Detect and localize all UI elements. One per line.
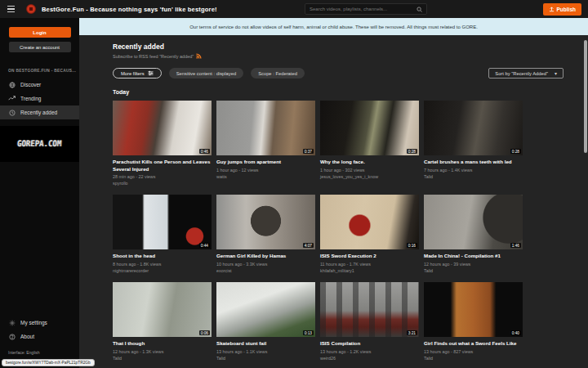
video-channel[interactable]: nightmarerecorder	[113, 268, 212, 273]
video-thumbnail[interactable]: 3:21	[320, 282, 419, 337]
video-thumbnail[interactable]: 1:46	[424, 195, 523, 249]
video-channel[interactable]: Talid	[424, 268, 523, 273]
sidebar-item-label: About	[20, 334, 34, 339]
search-bar[interactable]	[305, 3, 427, 15]
publish-button[interactable]: Publish	[543, 3, 581, 16]
gear-icon	[8, 319, 16, 326]
duration-badge: 0:44	[199, 243, 210, 248]
video-thumbnail[interactable]: 0:37	[216, 101, 315, 155]
video-thumbnail[interactable]: 0:16	[320, 195, 419, 249]
video-card: 1:46 Made In China! - Compilation #1 12 …	[424, 195, 523, 273]
video-thumbnail[interactable]: 0:28	[320, 101, 419, 155]
video-card: 3:21 ISIS Compilation 13 hours ago - 1.2…	[320, 282, 419, 361]
sidebar-item-recently-added[interactable]: Recently added	[0, 105, 79, 119]
rss-icon	[196, 53, 202, 59]
video-channel[interactable]: Talid	[424, 356, 523, 361]
video-meta: 13 hours ago - 1.2K views	[320, 349, 419, 354]
video-title[interactable]: Guy jumps from apartment	[216, 159, 315, 166]
scrollbar[interactable]	[584, 40, 587, 153]
video-title[interactable]: Shoot in the head	[113, 253, 212, 260]
video-meta: 13 hours ago - 1.1K views	[216, 349, 315, 354]
sidebar: Login Create an account ON BESTGORE.FUN …	[0, 18, 79, 368]
video-title[interactable]: Made In China! - Compilation #1	[424, 253, 523, 260]
video-meta: 1 hour ago - 302 views	[320, 168, 419, 173]
video-channel[interactable]: Talid	[424, 174, 523, 179]
video-thumbnail[interactable]: 0:40	[424, 282, 523, 337]
video-title[interactable]: Girl Finds out what a Sword Feels Like	[424, 340, 523, 348]
video-channel[interactable]: Talid	[113, 356, 212, 361]
create-account-button[interactable]: Create an account	[9, 42, 71, 52]
page-title: Recently added	[113, 43, 588, 51]
video-thumbnail[interactable]: 0:13	[216, 282, 315, 337]
menu-icon[interactable]	[7, 6, 15, 12]
video-channel[interactable]: Talid	[216, 356, 315, 361]
login-button[interactable]: Login	[9, 27, 71, 38]
video-thumbnail[interactable]: 0:44	[113, 195, 212, 249]
video-meta: 12 hours ago - 1.3K views	[113, 349, 212, 354]
date-group-label: Today	[113, 89, 588, 95]
video-thumbnail[interactable]: 0:28	[424, 101, 523, 155]
more-filters-label: More filters	[121, 71, 145, 76]
video-card: 0:37 Guy jumps from apartment 1 hour ago…	[216, 101, 315, 186]
filter-toolbar: More filters Sensitive content : display…	[113, 68, 588, 79]
video-thumbnail[interactable]: 0:46	[113, 101, 212, 155]
sidebar-item-label: Discover	[20, 82, 41, 88]
terms-banner: Our terms of service do not allow videos…	[79, 18, 588, 35]
upload-icon	[549, 7, 555, 12]
rss-subscribe-link[interactable]: Subscribe to RSS feed "Recently added"	[113, 53, 588, 59]
video-channel[interactable]: weird26	[320, 356, 419, 361]
search-input[interactable]	[305, 7, 416, 11]
video-title[interactable]: German Girl Killed by Hamas	[216, 253, 315, 260]
video-title[interactable]: Cartel brushes a mans teeth with led	[424, 159, 523, 166]
video-title[interactable]: That I though	[113, 340, 212, 348]
ad-banner-text: GOREPA.COM	[17, 139, 62, 149]
video-meta: 28 min ago - 22 views	[113, 174, 212, 179]
duration-badge: 1:46	[510, 243, 521, 248]
sidebar-item-trending[interactable]: Trending	[0, 92, 79, 105]
video-title[interactable]: ISIS Sword Execution 2	[320, 253, 419, 260]
sensitive-content-filter-badge[interactable]: Sensitive content : displayed	[169, 68, 243, 79]
video-meta: 8 hours ago - 1.8K views	[113, 262, 212, 267]
video-title[interactable]: Skateboard stunt fail	[216, 340, 315, 348]
site-logo-icon[interactable]	[26, 4, 36, 14]
site-title[interactable]: BestGore.Fun - Because nothing says 'fun…	[42, 6, 217, 13]
ad-banner[interactable]: GOREPA.COM	[0, 126, 79, 162]
video-meta: 10 hours ago - 3.3K views	[216, 262, 315, 267]
video-channel[interactable]: exorcist	[216, 268, 315, 273]
video-grid: 0:46 Parachutist Kills one Person and Le…	[113, 101, 588, 361]
scope-filter-badge[interactable]: Scope : Federated	[251, 68, 305, 79]
sidebar-item-about[interactable]: About	[0, 330, 79, 343]
search-icon[interactable]	[416, 7, 422, 12]
duration-badge: 0:06	[199, 330, 210, 335]
video-channel[interactable]: watts	[216, 174, 315, 179]
video-channel[interactable]: khilafah_military1	[320, 268, 419, 273]
sidebar-footer: My settings About Interface: English	[0, 316, 79, 355]
video-channel[interactable]: jesus_loves_you_yes_i_know	[320, 174, 419, 179]
video-channel[interactable]: spyrollo	[113, 181, 212, 186]
link-preview-statusbar: bestgore.fun/w/XWY7TDab-mX-PaPL21pTR2Gb	[2, 359, 95, 366]
video-meta: 1 hour ago - 12 views	[216, 168, 315, 173]
video-card: 0:28 Cartel brushes a mans teeth with le…	[424, 101, 523, 186]
video-meta: 11 hours ago - 1.7K views	[320, 262, 419, 267]
video-card: 0:13 Skateboard stunt fail 13 hours ago …	[216, 282, 315, 361]
sidebar-item-my-settings[interactable]: My settings	[0, 316, 79, 330]
video-card: 0:40 Girl Finds out what a Sword Feels L…	[424, 282, 523, 361]
video-card: 0:06 That I though 12 hours ago - 1.3K v…	[113, 282, 212, 361]
more-filters-button[interactable]: More filters	[113, 68, 162, 79]
rss-link-label: Subscribe to RSS feed "Recently added"	[113, 54, 194, 59]
sidebar-item-discover[interactable]: Discover	[0, 78, 79, 92]
video-card: 0:46 Parachutist Kills one Person and Le…	[113, 101, 212, 186]
top-bar: BestGore.Fun - Because nothing says 'fun…	[0, 0, 588, 18]
video-title[interactable]: Why the long face.	[320, 159, 419, 166]
interface-language-link[interactable]: Interface: English	[0, 350, 79, 355]
sort-dropdown[interactable]: Sort by "Recently Added" ▾	[488, 68, 564, 79]
video-thumbnail[interactable]: 0:06	[113, 282, 212, 337]
duration-badge: 0:28	[510, 149, 521, 154]
video-meta: 7 hours ago - 1.4K views	[424, 168, 523, 173]
sliders-icon	[148, 70, 154, 76]
main-area: Our terms of service do not allow videos…	[79, 18, 588, 368]
clock-icon	[8, 109, 16, 116]
video-title[interactable]: ISIS Compilation	[320, 340, 419, 348]
video-thumbnail[interactable]: 4:07	[216, 195, 315, 249]
video-title[interactable]: Parachutist Kills one Person and Leaves …	[113, 159, 212, 173]
